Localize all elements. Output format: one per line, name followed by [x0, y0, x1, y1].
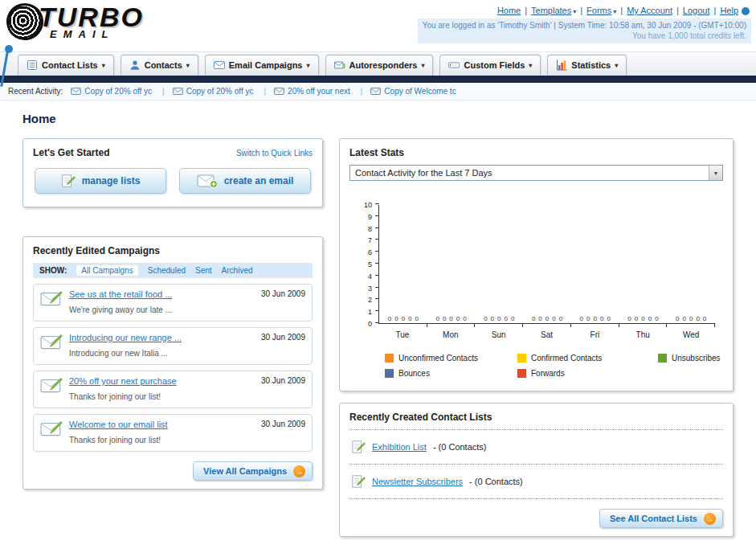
nav-separator — [672, 6, 683, 15]
recent-activity-item[interactable]: Copy of Welcome tc — [370, 87, 456, 96]
recent-activity-link[interactable]: Copy of 20% off yc — [84, 87, 152, 96]
nav-help-link[interactable]: Help — [720, 6, 738, 15]
tab-label: Statistics — [571, 60, 611, 70]
app-logo[interactable]: TURBO EMAIL — [6, 3, 144, 40]
contact-lists-title: Recently Created Contact Lists — [349, 412, 723, 423]
envelope-icon — [173, 88, 183, 95]
campaign-date: 30 Jun 2009 — [261, 333, 305, 342]
tab-label: Email Campaigns — [229, 60, 303, 70]
campaign-row[interactable]: Introducing our new range ... Introducin… — [33, 327, 313, 365]
campaign-row[interactable]: 20% off your next purchase Thanks for jo… — [33, 371, 313, 408]
chart-value-labels: 00000 — [619, 315, 668, 322]
arrow-right-icon: → — [293, 465, 305, 477]
top-nav: HomeTemplates▾Forms▾My AccountLogoutHelp — [418, 3, 751, 18]
recent-activity-link[interactable]: Copy of Welcome tc — [384, 87, 456, 96]
campaign-edit-icon — [40, 420, 63, 437]
switch-quick-links-link[interactable]: Switch to Quick Links — [236, 149, 313, 158]
tab-statistics[interactable]: Statistics ▾ — [547, 55, 627, 76]
view-all-campaigns-button[interactable]: View All Campaigns → — [193, 461, 313, 481]
tab-label: Contacts — [145, 60, 182, 70]
recent-activity-link[interactable]: Copy of 20% off yc — [186, 87, 254, 96]
chart-y-tick-label: 10 — [364, 201, 372, 209]
chart-bar-group: 00000 — [523, 205, 571, 323]
legend-label: Unsubscribes — [672, 354, 721, 363]
nav-home-link[interactable]: Home — [497, 6, 521, 15]
nav-divider-bar — [0, 76, 756, 83]
chart-x-label: Mon — [427, 324, 475, 339]
envelope-icon — [370, 88, 381, 95]
chart-y-tick-label: 1 — [368, 308, 372, 316]
contacts-icon — [129, 59, 141, 71]
legend-label: Bounces — [398, 369, 430, 378]
envelope-icon — [214, 59, 225, 71]
credits-info: You have 1,000 total credits left. — [423, 31, 746, 41]
contact-list-link[interactable]: Exhibition List — [372, 442, 427, 452]
filter-scheduled[interactable]: Scheduled — [148, 266, 186, 275]
contact-list-row[interactable]: Newsletter Subscribers - (0 Contacts) — [349, 470, 723, 493]
legend-swatch — [658, 354, 667, 363]
campaign-title-link[interactable]: 20% off your next purchase — [69, 376, 255, 386]
dotted-divider — [349, 464, 723, 465]
login-info: You are logged in as 'Timothy Smith' | S… — [423, 20, 746, 31]
campaign-title-link[interactable]: Introducing our new range ... — [69, 333, 255, 342]
tab-email-campaigns[interactable]: Email Campaigns ▾ — [205, 55, 319, 76]
tab-contacts[interactable]: Contacts ▾ — [121, 55, 198, 76]
create-email-button[interactable]: create an email — [179, 168, 311, 194]
help-icon[interactable] — [742, 7, 750, 15]
chart-y-tick-label: 8 — [368, 225, 372, 233]
campaign-date: 30 Jun 2009 — [261, 376, 305, 385]
filter-archived[interactable]: Archived — [222, 266, 253, 275]
chart-y-tick-label: 2 — [368, 296, 372, 304]
campaign-row[interactable]: Welcome to our email list Thanks for joi… — [33, 414, 313, 452]
view-all-campaigns-label: View All Campaigns — [203, 466, 287, 476]
logo-text-stack: TURBO EMAIL — [39, 5, 144, 39]
chart-bar-group: 00000 — [619, 205, 668, 323]
chart-y-tick-label: 6 — [368, 248, 372, 256]
get-started-title: Let's Get Started — [33, 147, 110, 158]
envelope-icon — [274, 88, 284, 95]
header: TURBO EMAIL HomeTemplates▾Forms▾My Accou… — [0, 0, 756, 51]
chart-bar-group: 00000 — [379, 205, 427, 323]
legend-swatch — [385, 369, 394, 378]
campaign-subtitle: Thanks for joining our list! — [69, 392, 161, 401]
campaigns-panel: Recently Edited Campaigns SHOW: All Camp… — [22, 236, 323, 490]
see-all-contact-lists-button[interactable]: See All Contact Lists → — [599, 509, 723, 528]
tab-autoresponders[interactable]: Autoresponders ▾ — [325, 55, 434, 76]
contact-list-link[interactable]: Newsletter Subscribers — [372, 477, 463, 486]
campaign-row[interactable]: See us at the retail food ... We're givi… — [33, 284, 313, 322]
filter-all-campaigns[interactable]: All Campaigns — [76, 265, 137, 276]
tab-custom-fields[interactable]: Custom Fields ▾ — [439, 55, 541, 76]
chart-x-label: Sun — [475, 324, 523, 339]
contact-list-count: - (0 Contacts) — [433, 442, 487, 452]
left-column: Let's Get Started Switch to Quick Links … — [22, 138, 323, 501]
create-email-label: create an email — [224, 175, 294, 186]
nav-templates-link[interactable]: Templates — [531, 6, 571, 15]
nav-logout-link[interactable]: Logout — [683, 6, 710, 15]
chart-y-tick-label: 9 — [368, 213, 372, 221]
recent-activity-item[interactable]: Copy of 20% off yc — [71, 87, 164, 96]
campaign-title-link[interactable]: Welcome to our email list — [69, 420, 255, 429]
nav-my-account-link[interactable]: My Account — [627, 6, 672, 15]
stats-period-select[interactable]: Contact Activity for the Last 7 Days ▼ — [349, 165, 723, 181]
recent-activity-bar: Recent Activity: Copy of 20% off yc Copy… — [0, 83, 756, 100]
legend-item: Unconfirmed Contacts — [385, 354, 517, 363]
manage-lists-button[interactable]: manage lists — [35, 168, 166, 194]
filter-sent[interactable]: Sent — [195, 266, 212, 275]
recent-activity-item[interactable]: Copy of 20% off yc — [173, 87, 266, 96]
chart-plot: 00000000000000000000000000000000000 — [378, 205, 715, 324]
main-nav-tabs: Contact Lists ▾ Contacts ▾ Email Campaig… — [0, 51, 756, 76]
nav-forms-link[interactable]: Forms — [586, 6, 611, 15]
chart-y-tick-label: 5 — [368, 260, 372, 268]
campaign-title-link[interactable]: See us at the retail food ... — [69, 289, 255, 299]
campaigns-filter-bar: SHOW: All Campaigns Scheduled Sent Archi… — [33, 263, 313, 278]
chart-y-tick-label: 4 — [368, 272, 372, 281]
chart-value-labels: 00000 — [667, 315, 715, 322]
chart-x-label: Fri — [570, 324, 619, 339]
campaign-date: 30 Jun 2009 — [261, 420, 305, 428]
tab-contact-lists[interactable]: Contact Lists ▾ — [18, 55, 114, 76]
recent-activity-item[interactable]: 20% off your next — [274, 87, 362, 96]
contact-list-row[interactable]: Exhibition List - (0 Contacts) — [349, 436, 723, 458]
chart-y-tick-label: 0 — [368, 320, 372, 328]
recent-activity-link[interactable]: 20% off your next — [288, 87, 350, 96]
chart-x-labels: TueMonSunSatFriThuWed — [378, 324, 715, 339]
